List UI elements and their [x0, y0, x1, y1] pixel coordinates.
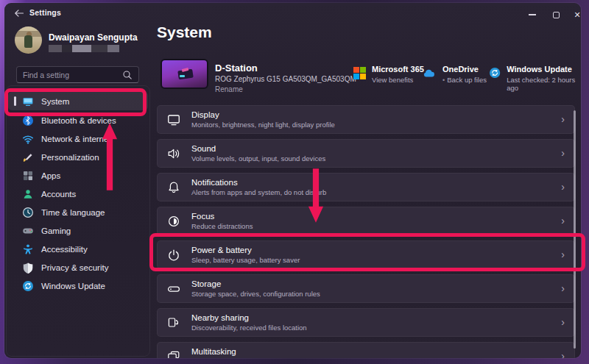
chevron-right-icon: › [561, 282, 565, 294]
sidebar-item-label: Accessibility [41, 245, 88, 254]
minimize-icon [529, 14, 536, 15]
sidebar-item-label: Time & language [41, 208, 105, 217]
sidebar-item-label: Apps [41, 171, 60, 180]
page-title: System [157, 24, 212, 41]
search-input[interactable] [23, 71, 122, 79]
notifications-icon [166, 180, 181, 195]
settings-row-storage[interactable]: Storage Storage space, drives, configura… [157, 274, 575, 303]
status-subtitle: Back up files [447, 76, 487, 84]
settings-row-focus[interactable]: Focus Reduce distractions › [157, 207, 575, 235]
sync-dot: • [442, 76, 445, 84]
status-onedrive[interactable]: OneDrive •Back up files [421, 65, 487, 84]
chevron-right-icon: › [561, 215, 565, 226]
device-thumbnail [161, 59, 208, 89]
display-icon [166, 113, 181, 127]
sidebar-item-accessibility[interactable]: Accessibility [8, 240, 148, 258]
chevron-right-icon: › [561, 113, 565, 125]
sidebar-item-network-internet[interactable]: Network & internet [8, 129, 148, 148]
sidebar-item-windows-update[interactable]: Windows Update [8, 276, 148, 295]
sidebar-item-apps[interactable]: Apps [8, 166, 148, 185]
row-subtitle: Alerts from apps and system, do not dist… [191, 189, 326, 196]
sidebar-item-time-language[interactable]: Time & language [8, 203, 148, 221]
sidebar-item-label: Accounts [41, 190, 76, 199]
close-button[interactable]: ✕ [568, 7, 581, 22]
row-title: Sound [191, 144, 325, 154]
row-title: Nearby sharing [191, 313, 307, 323]
row-title: Multitasking [191, 347, 316, 357]
search-box [16, 66, 139, 83]
redacted-email [49, 45, 119, 52]
maximize-icon [553, 12, 560, 18]
microsoft-logo-icon [353, 67, 366, 79]
accounts-icon [22, 188, 34, 200]
annotation-box-system [4, 88, 147, 116]
maximize-button[interactable] [546, 7, 565, 22]
chevron-right-icon: › [561, 181, 565, 193]
sound-icon [166, 146, 181, 161]
row-subtitle: Storage space, drives, configuration rul… [191, 290, 320, 298]
row-title: Display [191, 110, 335, 120]
sidebar-item-personalization[interactable]: Personalization [8, 148, 148, 166]
status-subtitle: Last checked: 2 hours ago [507, 76, 581, 92]
onedrive-cloud-icon [421, 68, 437, 79]
focus-icon [166, 214, 181, 229]
device-name: D-Station [215, 63, 258, 74]
chevron-right-icon: › [561, 316, 565, 328]
windows-update-icon [22, 280, 34, 292]
nearby-sharing-icon [166, 315, 181, 330]
row-subtitle: Volume levels, output, input, sound devi… [191, 155, 325, 163]
personalization-icon [22, 151, 34, 163]
row-title: Focus [191, 212, 253, 221]
annotation-box-power-battery [149, 233, 585, 271]
windows-update-icon [489, 66, 501, 79]
status-microsoft-365[interactable]: Microsoft 365 View benefits [353, 65, 424, 84]
row-subtitle: Monitors, brightness, night light, displ… [191, 121, 335, 129]
desktop-background: Settings ✕ Dwaipayan Sengupta System Blu… [0, 0, 589, 364]
sidebar-item-gaming[interactable]: Gaming [8, 221, 148, 240]
time-icon [22, 207, 34, 218]
annotation-arrow-up [102, 121, 118, 192]
sidebar-item-label: Gaming [41, 226, 71, 235]
annotation-arrow-down [308, 167, 324, 224]
sidebar-item-privacy-security[interactable]: Privacy & security [8, 258, 148, 276]
avatar[interactable] [15, 26, 42, 54]
sidebar-item-accounts[interactable]: Accounts [8, 185, 148, 203]
row-subtitle: Discoverability, received files location [191, 324, 307, 332]
settings-row-multitasking[interactable]: Multitasking Snap windows, desktops, tas… [157, 342, 575, 358]
device-model: ROG Zephyrus G15 GA503QM_GA503QM [215, 75, 356, 83]
gaming-icon [22, 225, 34, 237]
chevron-right-icon: › [561, 147, 565, 159]
settings-row-notifications[interactable]: Notifications Alerts from apps and syste… [157, 173, 575, 201]
row-title: Storage [191, 279, 320, 289]
apps-icon [22, 170, 34, 182]
privacy-icon [22, 262, 34, 274]
window-title: Settings [29, 8, 61, 17]
accessibility-icon [22, 243, 34, 255]
back-button[interactable] [13, 7, 25, 19]
row-subtitle: Reduce distractions [191, 223, 253, 230]
close-icon: ✕ [574, 11, 580, 19]
settings-window: Settings ✕ Dwaipayan Sengupta System Blu… [4, 3, 581, 358]
sidebar-item-label: Network & internet [41, 135, 111, 143]
settings-row-nearby-sharing[interactable]: Nearby sharing Discoverability, received… [157, 308, 575, 337]
status-windows-update[interactable]: Windows Update Last checked: 2 hours ago [489, 65, 581, 92]
scrollbar[interactable] [574, 110, 576, 349]
network-icon [22, 133, 34, 145]
multitasking-icon [166, 349, 181, 359]
storage-icon [166, 282, 181, 296]
rename-link[interactable]: Rename [215, 85, 243, 93]
minimize-button[interactable] [523, 7, 542, 22]
sidebar-item-label: Privacy & security [41, 263, 108, 272]
user-name: Dwaipayan Sengupta [49, 32, 138, 43]
chevron-right-icon: › [561, 350, 565, 358]
sidebar-item-label: Personalization [41, 153, 99, 162]
status-subtitle: View benefits [372, 76, 424, 84]
sidebar-item-label: Windows Update [41, 282, 105, 290]
settings-row-display[interactable]: Display Monitors, brightness, night ligh… [157, 105, 575, 134]
settings-row-sound[interactable]: Sound Volume levels, output, input, soun… [157, 139, 575, 168]
search-icon [122, 70, 133, 80]
row-title: Notifications [191, 178, 326, 188]
